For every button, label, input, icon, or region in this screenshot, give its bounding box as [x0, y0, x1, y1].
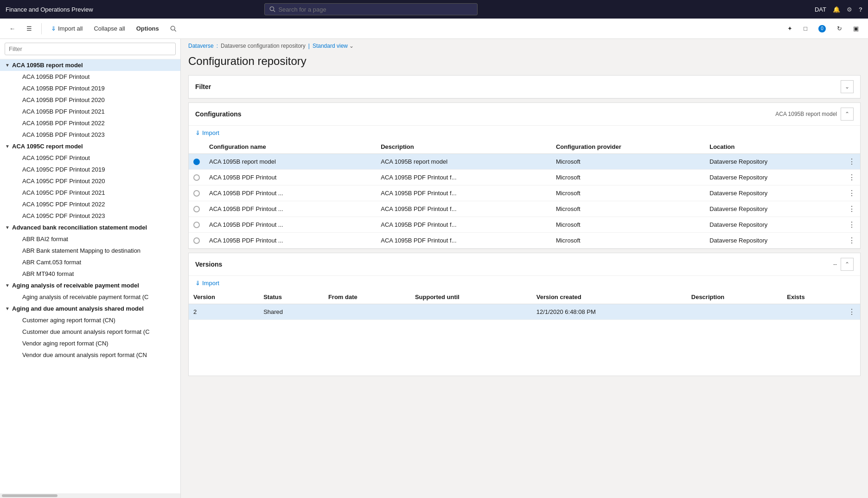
- table-row[interactable]: 2Shared12/1/2020 6:48:08 PM⋮: [189, 304, 860, 320]
- versions-section-header[interactable]: Versions -- ⌃: [189, 253, 860, 276]
- sidebar-item-customer-due[interactable]: Customer due amount analysis report form…: [0, 326, 180, 338]
- filter-chevron-button[interactable]: ⌄: [841, 80, 854, 93]
- row-more-button[interactable]: ⋮: [843, 154, 860, 170]
- filter-section-header[interactable]: Filter ⌄: [189, 76, 860, 98]
- versions-import-button[interactable]: ⇓ Import: [195, 280, 219, 287]
- sidebar-item-customer-aging[interactable]: Customer aging report format (CN): [0, 314, 180, 326]
- settings-icon[interactable]: ⚙: [847, 6, 852, 13]
- options-button[interactable]: Options: [133, 23, 163, 34]
- versions-chevron-button[interactable]: ⌃: [841, 258, 854, 271]
- import-all-button[interactable]: ⇓ Import all: [47, 23, 86, 34]
- radio-button[interactable]: [193, 159, 200, 165]
- counter-badge[interactable]: 0: [815, 23, 830, 34]
- sidebar-item-aca1095b-pdf[interactable]: ACA 1095B PDF Printout: [0, 71, 180, 83]
- help-icon[interactable]: ?: [859, 6, 862, 13]
- filter-section-right: ⌄: [841, 80, 854, 93]
- filter-input[interactable]: [5, 43, 176, 55]
- table-row[interactable]: ACA 1095B report modelACA 1095B report m…: [189, 154, 860, 170]
- row-radio[interactable]: [189, 201, 204, 217]
- sidebar: ▼ACA 1095B report modelACA 1095B PDF Pri…: [0, 39, 181, 498]
- sidebar-item-abr-camt053[interactable]: ABR Camt.053 format: [0, 256, 180, 268]
- sidebar-item-abr-model[interactable]: ▼Advanced bank reconciliation statement …: [0, 222, 180, 233]
- sidebar-item-aging-receivable[interactable]: ▼Aging analysis of receivable payment mo…: [0, 280, 180, 291]
- sidebar-item-aca1095b-pdf-2021[interactable]: ACA 1095B PDF Printout 2021: [0, 106, 180, 117]
- row-more-button[interactable]: ⋮: [843, 170, 860, 185]
- table-row[interactable]: ACA 1095B PDF PrintoutACA 1095B PDF Prin…: [189, 170, 860, 185]
- row-radio[interactable]: [189, 217, 204, 233]
- sidebar-item-aging-due[interactable]: ▼Aging and due amount analysis shared mo…: [0, 303, 180, 314]
- versions-section-right: -- ⌃: [833, 258, 854, 271]
- configurations-chevron-button[interactable]: ⌃: [841, 108, 854, 121]
- vcol-version: Version: [189, 290, 259, 304]
- row-more-button[interactable]: ⋮: [843, 217, 860, 233]
- sidebar-item-aca1095c-pdf-2021[interactable]: ACA 1095C PDF Printout 2021: [0, 187, 180, 198]
- breadcrumb-repo[interactable]: Dataverse configuration repository: [221, 43, 306, 49]
- configurations-import-button[interactable]: ⇓ Import: [195, 129, 219, 136]
- config-description: ACA 1095B PDF Printout f...: [376, 170, 551, 185]
- sidebar-item-aca1095c-pdf[interactable]: ACA 1095C PDF Printout: [0, 152, 180, 164]
- sidebar-item-label: ACA 1095B PDF Printout 2020: [22, 96, 105, 103]
- row-radio[interactable]: [189, 233, 204, 249]
- configurations-section-title: Configurations: [195, 110, 242, 118]
- sidebar-item-vendor-aging[interactable]: Vendor aging report format (CN): [0, 338, 180, 349]
- toolbar-search-button[interactable]: [166, 24, 180, 34]
- table-row[interactable]: ACA 1095B PDF Printout ...ACA 1095B PDF …: [189, 201, 860, 217]
- sidebar-item-vendor-due[interactable]: Vendor due amount analysis report format…: [0, 349, 180, 361]
- view-icon-1[interactable]: ✦: [784, 23, 796, 34]
- sidebar-item-aca1095b-pdf-2019[interactable]: ACA 1095B PDF Printout 2019: [0, 83, 180, 94]
- config-provider: Microsoft: [551, 201, 705, 217]
- radio-button[interactable]: [193, 174, 200, 181]
- search-bar[interactable]: [264, 3, 478, 15]
- sidebar-item-aca1095c-model[interactable]: ▼ACA 1095C report model: [0, 140, 180, 152]
- sidebar-item-aca1095b-pdf-2023[interactable]: ACA 1095B PDF Printout 2023: [0, 129, 180, 140]
- notifications-icon[interactable]: 🔔: [833, 6, 840, 13]
- table-row[interactable]: ACA 1095B PDF Printout ...ACA 1095B PDF …: [189, 185, 860, 201]
- radio-button[interactable]: [193, 222, 200, 228]
- sidebar-item-label: ACA 1095C PDF Printout 2023: [22, 212, 105, 219]
- table-row[interactable]: ACA 1095B PDF Printout ...ACA 1095B PDF …: [189, 217, 860, 233]
- expand-button[interactable]: ▣: [849, 23, 862, 34]
- sidebar-item-label: ACA 1095C PDF Printout 2020: [22, 178, 105, 185]
- sidebar-item-aca1095c-pdf-2020[interactable]: ACA 1095C PDF Printout 2020: [0, 175, 180, 187]
- row-radio[interactable]: [189, 154, 204, 170]
- radio-button[interactable]: [193, 237, 200, 244]
- configurations-section: Configurations ACA 1095B report model ⌃ …: [188, 102, 861, 249]
- config-description: ACA 1095B PDF Printout f...: [376, 217, 551, 233]
- sidebar-item-aca1095b-pdf-2022[interactable]: ACA 1095B PDF Printout 2022: [0, 117, 180, 129]
- configurations-section-header[interactable]: Configurations ACA 1095B report model ⌃: [189, 103, 860, 126]
- row-more-button[interactable]: ⋮: [843, 233, 860, 249]
- sidebar-item-aca1095c-pdf-2023[interactable]: ACA 1095C PDF Printout 2023: [0, 210, 180, 222]
- refresh-button[interactable]: ↻: [833, 23, 846, 34]
- table-row[interactable]: ACA 1095B PDF Printout ...ACA 1095B PDF …: [189, 233, 860, 249]
- radio-button[interactable]: [193, 206, 200, 212]
- sidebar-item-aca1095b-model[interactable]: ▼ACA 1095B report model: [0, 59, 180, 71]
- sidebar-item-aca1095b-pdf-2020[interactable]: ACA 1095B PDF Printout 2020: [0, 94, 180, 106]
- sidebar-item-aca1095c-pdf-2019[interactable]: ACA 1095C PDF Printout 2019: [0, 164, 180, 175]
- radio-button[interactable]: [193, 190, 200, 197]
- versions-import-icon: ⇓: [195, 280, 200, 287]
- version-row-more-button[interactable]: ⋮: [843, 304, 860, 320]
- search-input[interactable]: [278, 6, 472, 13]
- sidebar-item-abr-mt940[interactable]: ABR MT940 format: [0, 268, 180, 280]
- row-more-button[interactable]: ⋮: [843, 185, 860, 201]
- sidebar-item-aging-recv-format[interactable]: Aging analysis of receivable payment for…: [0, 291, 180, 303]
- sidebar-item-label: ABR Camt.053 format: [22, 259, 81, 266]
- menu-button[interactable]: ☰: [23, 23, 36, 34]
- view-icon-2[interactable]: □: [800, 23, 811, 34]
- config-description: ACA 1095B report model: [376, 154, 551, 170]
- sidebar-item-label: ACA 1095B PDF Printout: [22, 73, 89, 80]
- sidebar-item-abr-bank-mapping[interactable]: ABR Bank statement Mapping to destinatio…: [0, 245, 180, 256]
- sidebar-scrollbar[interactable]: [0, 493, 180, 498]
- row-more-button[interactable]: ⋮: [843, 201, 860, 217]
- breadcrumb-dataverse[interactable]: Dataverse: [188, 43, 214, 49]
- row-radio[interactable]: [189, 170, 204, 185]
- config-location: Dataverse Repository: [705, 201, 843, 217]
- sidebar-item-abr-bai2[interactable]: ABR BAI2 format: [0, 233, 180, 245]
- collapse-all-button[interactable]: Collapse all: [90, 23, 128, 34]
- config-location: Dataverse Repository: [705, 170, 843, 185]
- back-button[interactable]: ←: [6, 23, 19, 34]
- sidebar-item-aca1095c-pdf-2022[interactable]: ACA 1095C PDF Printout 2022: [0, 198, 180, 210]
- row-radio[interactable]: [189, 185, 204, 201]
- breadcrumb-view[interactable]: Standard view ⌄: [313, 43, 354, 49]
- vcol-exists: Exists: [782, 290, 843, 304]
